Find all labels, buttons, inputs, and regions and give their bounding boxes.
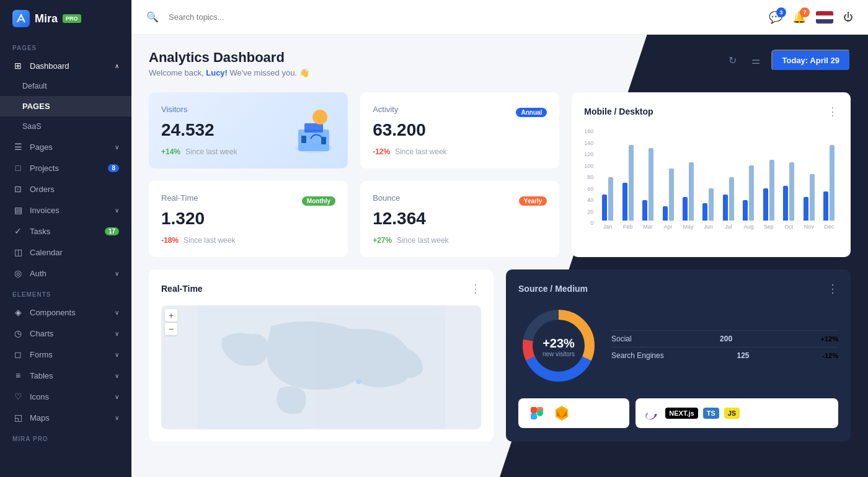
bar-group-Jun	[699, 128, 717, 221]
bar-dark-Feb	[622, 183, 627, 221]
bar-label-Oct: Oct	[780, 224, 798, 230]
projects-badge: 8	[108, 164, 119, 172]
bounce-card: Bounce Yearly 12.364 +27% Since last wee…	[360, 181, 559, 257]
visitors-since: Since last week	[185, 147, 237, 156]
invoices-icon: ▤	[12, 205, 24, 215]
tasks-badge: 17	[105, 227, 119, 235]
realtime-map-menu[interactable]: ⋮	[470, 282, 481, 295]
sidebar-label-invoices: Invoices	[30, 206, 60, 215]
bounce-change: +27%	[373, 236, 392, 245]
notifications-button[interactable]: 💬 3	[769, 11, 782, 24]
source-change-search: -12%	[822, 352, 838, 359]
chart-menu-icon[interactable]: ⋮	[827, 105, 838, 118]
svg-point-16	[537, 410, 543, 416]
bars-area: JanFebMarAprMayJunJulAugSepOctNovDec	[598, 128, 838, 230]
today-button[interactable]: Today: April 29	[771, 50, 851, 71]
sidebar-item-projects[interactable]: □ Projects 8	[0, 157, 131, 178]
realtime-map-header: Real-Time ⋮	[161, 282, 481, 295]
donut-chart-wrap: +23% new visitors	[518, 305, 599, 388]
bar-light-Feb	[629, 145, 634, 221]
bar-light-Mar	[649, 148, 653, 221]
sidebar-item-auth[interactable]: ◎ Auth ∨	[0, 263, 131, 284]
chart-header: Mobile / Desktop ⋮	[584, 105, 838, 118]
svg-point-3	[312, 110, 327, 125]
page-subtitle: Welcome back, Lucy! We've missed you. 👋	[149, 68, 309, 77]
visitors-change: +14%	[161, 147, 180, 156]
chart-title: Mobile / Desktop	[584, 107, 653, 116]
zoom-in-button[interactable]: +	[165, 309, 177, 322]
svg-rect-5	[321, 137, 326, 144]
sidebar-label-default: Default	[22, 82, 47, 90]
realtime-footer: -18% Since last week	[161, 236, 335, 245]
sidebar-item-dashboard[interactable]: ⊞ Dashboard ∧	[0, 55, 131, 76]
figma-icon	[528, 405, 546, 422]
sidebar-item-invoices[interactable]: ▤ Invoices ∨	[0, 199, 131, 221]
components-icon: ◈	[12, 307, 24, 317]
source-medium-card: Source / Medium ⋮	[506, 269, 851, 442]
bar-dark-Mar	[642, 200, 647, 221]
sidebar-item-calendar[interactable]: ◫ Calendar	[0, 242, 131, 263]
sidebar-item-default[interactable]: Default	[0, 76, 131, 96]
sidebar-item-orders[interactable]: ⊡ Orders	[0, 178, 131, 199]
bar-light-Jul	[729, 177, 734, 221]
power-button[interactable]: ⏻	[843, 12, 853, 23]
bottom-row: Real-Time ⋮ + −	[149, 269, 851, 442]
bar-label-Aug: Aug	[740, 224, 758, 230]
source-medium-title: Source / Medium	[518, 284, 588, 294]
sidebar-item-forms[interactable]: ◻ Forms ∨	[0, 344, 131, 365]
activity-label: Activity	[373, 105, 398, 114]
sidebar-label-charts: Charts	[30, 329, 53, 338]
visitors-illustration	[286, 98, 342, 154]
orders-icon: ⊡	[12, 184, 24, 194]
chevron-down-icon: ∧	[115, 63, 119, 69]
map-zoom-controls: + −	[165, 309, 177, 335]
pro-badge: PRO	[63, 14, 81, 23]
content-inner: Analytics Dashboard Welcome back, Lucy! …	[149, 50, 851, 442]
bounce-value: 12.364	[373, 209, 547, 229]
zoom-out-button[interactable]: −	[165, 323, 177, 335]
source-list: Social 200 +12% Search Engines 125 -12%	[611, 330, 838, 364]
filter-icon[interactable]: ⚌	[748, 51, 764, 70]
realtime-badge: Monthly	[302, 196, 335, 206]
activity-since: Since last week	[395, 147, 446, 156]
bar-label-Sep: Sep	[760, 224, 777, 230]
sidebar-item-pages[interactable]: ☰ Pages ∨	[0, 136, 131, 157]
refresh-icon[interactable]: ↻	[725, 51, 740, 70]
source-medium-menu[interactable]: ⋮	[827, 282, 838, 295]
source-row-search: Search Engines 125 -12%	[611, 347, 838, 364]
sidebar-item-icons[interactable]: ♡ Icons ∨	[0, 386, 131, 407]
svg-rect-2	[304, 123, 323, 133]
bounce-since: Since last week	[397, 236, 448, 245]
sidebar-label-tables: Tables	[30, 371, 53, 380]
sidebar-item-maps[interactable]: ◱ Maps ∨	[0, 407, 131, 428]
sidebar-item-saas[interactable]: SaaS	[0, 116, 131, 136]
tech-logos-row: NEXT.js TS JS	[518, 398, 838, 428]
bounce-badge: Yearly	[519, 196, 547, 206]
source-name-social: Social	[611, 335, 632, 343]
sidebar-label-calendar: Calendar	[30, 248, 63, 257]
typescript-logo: TS	[703, 408, 719, 419]
bar-group-Jan	[598, 128, 616, 221]
realtime-map-card: Real-Time ⋮ + −	[149, 269, 494, 442]
bar-light-Dec	[830, 145, 835, 221]
tables-icon: ≡	[12, 370, 24, 380]
sidebar-item-analytics[interactable]: PAGES	[0, 96, 131, 116]
realtime-stat-card: Real-Time Monthly 1.320 -18% Since last …	[149, 181, 348, 257]
alerts-button[interactable]: 🔔 7	[792, 11, 806, 24]
language-flag[interactable]	[816, 11, 833, 24]
sidebar-item-components[interactable]: ◈ Components ∨	[0, 302, 131, 323]
sidebar-item-tables[interactable]: ≡ Tables ∨	[0, 365, 131, 386]
sidebar-label-maps: Maps	[30, 413, 50, 422]
svg-rect-12	[531, 407, 537, 413]
bar-light-Jun	[709, 188, 714, 221]
chevron-icons-icon: ∨	[115, 393, 119, 400]
main-area: 🔍 💬 3 🔔 7 ⏻ Analytics Dashboard	[131, 0, 868, 477]
search-input[interactable]	[169, 12, 759, 22]
sidebar-item-tasks[interactable]: ✓ Tasks 17	[0, 221, 131, 242]
calendar-icon: ◫	[12, 247, 24, 257]
sidebar-label-auth: Auth	[30, 269, 46, 278]
realtime-value: 1.320	[161, 209, 335, 229]
sidebar-item-charts[interactable]: ◷ Charts ∨	[0, 323, 131, 344]
bar-light-May	[689, 162, 694, 221]
pages-section-label: PAGES	[0, 37, 131, 55]
